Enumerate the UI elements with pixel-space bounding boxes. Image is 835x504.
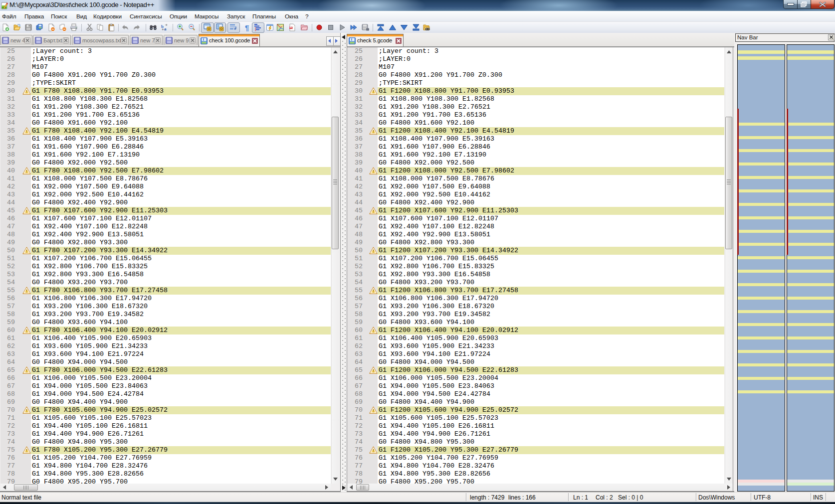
svg-text:a: a — [164, 26, 167, 31]
svg-text:b: b — [161, 24, 164, 29]
svg-text:¶: ¶ — [245, 23, 249, 31]
svg-text:PDF: PDF — [290, 26, 295, 29]
